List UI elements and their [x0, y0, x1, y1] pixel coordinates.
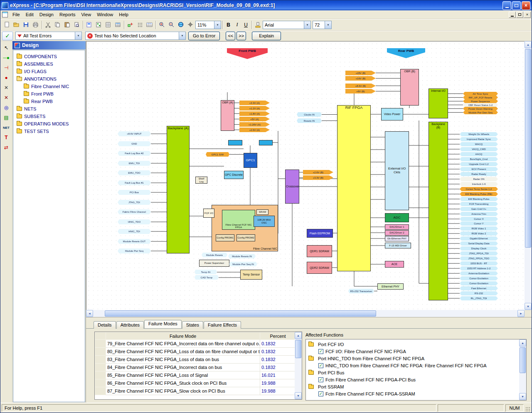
- flag-5v-a[interactable]: +5V (A): [239, 117, 270, 121]
- table-scroll-thumb[interactable]: [295, 340, 301, 358]
- bold-button[interactable]: B: [224, 20, 233, 30]
- flag-jtag-fpga-tdo[interactable]: JTAG_FPGA_TDO: [460, 256, 498, 261]
- flag-vacq-cmd[interactable]: VACQ_CMD: [460, 147, 498, 151]
- flag-obf-reset-status-1-2[interactable]: OBF Reset Status 1-2: [463, 103, 498, 107]
- flag-clocks-in[interactable]: Clocks IN: [297, 112, 322, 117]
- block-obr-b[interactable]: OBR (B): [400, 69, 419, 106]
- flag-1-8v-a[interactable]: +1.8V (A): [239, 111, 270, 116]
- add-block-button[interactable]: [126, 20, 135, 30]
- failure-mode-row[interactable]: 87_Fibre Channel FCF NIC FPGA_Slow clock…: [95, 387, 296, 395]
- block-gpc-discrete[interactable]: GPC Discrete: [224, 171, 244, 179]
- flag-rgb-video-2[interactable]: RGB Video 2: [460, 231, 498, 236]
- flag-jtag-tdi[interactable]: JTAG_TDI: [118, 200, 151, 205]
- dropdown-arrow-icon[interactable]: ▼: [75, 32, 81, 39]
- block-f-15-mdi-driver[interactable]: F-15 MDI Driver: [385, 243, 411, 248]
- block-adc[interactable]: ADC: [385, 213, 409, 222]
- close-button[interactable]: ×: [522, 1, 530, 10]
- cut-button[interactable]: [43, 20, 53, 30]
- flag-28v-b[interactable]: +28V (B): [345, 71, 376, 75]
- tree-item-operating-modes[interactable]: OPERATING MODES: [13, 120, 85, 128]
- vertical-scroll-thumb[interactable]: [525, 49, 531, 248]
- flag-6v-b[interactable]: +6V (B): [345, 89, 376, 93]
- new-document-button[interactable]: [2, 20, 12, 30]
- fit-view-button[interactable]: [186, 20, 195, 30]
- block-sram[interactable]: SRAM: [256, 209, 268, 215]
- flag-improved-radar-sync[interactable]: Improved Radar Sync: [460, 137, 498, 141]
- row-selector[interactable]: [95, 340, 106, 348]
- tab-attributes[interactable]: Attributes: [116, 321, 144, 329]
- flag-radar-on[interactable]: Radar ON: [460, 177, 498, 181]
- flag-serial-display-data[interactable]: Serial Display Data: [460, 241, 498, 246]
- failure-mode-row[interactable]: 86_Fibre Channel FCF NIC FPGA_Stuck cloc…: [95, 379, 296, 387]
- flag-cursor-temp-sense-1-2[interactable]: Cursor Temp Sense 1,2: [460, 187, 498, 191]
- flag-2-6v-a[interactable]: +2.6V (A): [239, 128, 270, 132]
- block-crossover[interactable]: Crossover: [285, 170, 299, 204]
- print-button[interactable]: [31, 20, 40, 30]
- tree-item-assemblies[interactable]: ASSEMBLIES: [13, 60, 85, 68]
- affected-scroll-thumb[interactable]: [520, 347, 526, 373]
- diagram-view-button[interactable]: [94, 20, 103, 30]
- block-rif-fpga[interactable]: RIF FPGA: [337, 105, 371, 271]
- affected-scrollbar[interactable]: ▲ ▼: [519, 339, 526, 400]
- flag-cad-temp[interactable]: CAD Temp: [195, 275, 219, 280]
- failure-mode-row[interactable]: 84_Fibre Channel FCF NIC FPGA_Incorrect …: [95, 364, 296, 371]
- flag-module-resets-in[interactable]: Module Resets IN: [228, 254, 256, 258]
- globe-button[interactable]: [176, 20, 186, 30]
- tab-states[interactable]: States: [182, 321, 203, 329]
- flag-1553-bus-rt[interactable]: 1553 BUS - RT: [460, 261, 498, 266]
- cut-net-tool[interactable]: ✕: [1, 83, 12, 93]
- flag-fcr-transmitting[interactable]: FCR Transmitting: [460, 202, 498, 206]
- canvas-horizontal-scrollbar[interactable]: ◄ ►: [86, 310, 525, 317]
- table-scrollbar[interactable]: ▲ ▼: [295, 332, 302, 399]
- checked-checkbox[interactable]: ✓: [318, 363, 323, 368]
- block-obr-a[interactable]: OBR (A): [221, 100, 234, 131]
- checked-checkbox[interactable]: ✓: [318, 377, 323, 382]
- pointer-tool[interactable]: ↖: [1, 43, 12, 53]
- block-item[interactable]: [259, 140, 273, 145]
- row-selector[interactable]: [95, 387, 106, 395]
- tree-item-i-o-flags[interactable]: I/O FLAGS: [13, 68, 85, 75]
- block-external-i-o-ckts[interactable]: External I/O Ckts: [385, 131, 409, 210]
- save-button[interactable]: [21, 20, 31, 30]
- scroll-down-icon[interactable]: ▼: [519, 393, 526, 400]
- flag-module-pwr-seq-in[interactable]: Module Pwr Seq IN: [229, 262, 257, 266]
- flag-module-resets-out[interactable]: Module Resets OUT: [118, 239, 151, 244]
- size-combo[interactable]: 72 ▼: [313, 21, 332, 29]
- tab-failure-effects[interactable]: Failure Effects: [204, 321, 241, 329]
- menu-edit[interactable]: Edit: [23, 11, 37, 18]
- block-dac-driver-2[interactable]: DAC/Driver 2: [385, 230, 409, 236]
- open-folder-button[interactable]: [12, 20, 21, 30]
- flag-module-pwr-dwn-seq[interactable]: Module Pwr Dwn Seq: [463, 111, 498, 114]
- banner-rear-pwb[interactable]: Rear PWB: [387, 48, 425, 58]
- block-qdr1-sdram[interactable]: QDR1 SDRAM: [307, 245, 332, 257]
- flag-ew-blanking-pulse[interactable]: EW Blanking Pulse: [460, 197, 498, 201]
- flag-rif-up-fcf-resets[interactable]: RIF_UP_FCF Resets: [463, 96, 498, 99]
- flag-3-3v-a[interactable]: +3.3V (A): [239, 101, 270, 105]
- dropdown-arrow-icon[interactable]: ▼: [325, 21, 331, 29]
- flag-rs-232-transceiver[interactable]: RS-232 Transceiver: [348, 289, 374, 293]
- dropdown-arrow-icon[interactable]: ▼: [179, 32, 185, 39]
- flag-temp-in[interactable]: Temp IN: [195, 270, 217, 274]
- flag-8-6v-b[interactable]: +8.6V (B): [345, 84, 376, 88]
- dropdown-arrow-icon[interactable]: ▼: [214, 21, 221, 29]
- menu-file[interactable]: File: [10, 11, 23, 18]
- flag-cursor-excitation[interactable]: Cursor Excitation: [460, 276, 498, 280]
- app-icon[interactable]: [2, 2, 8, 9]
- checked-checkbox[interactable]: ✓: [318, 349, 323, 354]
- block-fcf-i-o[interactable]: FCF I/O: [203, 209, 214, 218]
- go-to-error-button[interactable]: Go to Error: [188, 32, 220, 40]
- spreadsheet-button[interactable]: [145, 20, 154, 30]
- menu-help[interactable]: Help: [116, 11, 131, 18]
- block-video-power[interactable]: Video Power: [381, 108, 403, 120]
- print-preview-button[interactable]: [72, 20, 81, 30]
- copy-button[interactable]: [53, 20, 62, 30]
- font-combo[interactable]: Arial ▼: [263, 21, 311, 29]
- flag-ecv-present[interactable]: ECV Present: [460, 167, 498, 171]
- flag-radar-ready[interactable]: Radar Ready: [460, 172, 498, 176]
- block-ethernet-phy[interactable]: Ethernet PHY: [377, 283, 404, 290]
- flag-interlock-1-6[interactable]: Interlock 1-6: [460, 182, 498, 186]
- delete-tool[interactable]: ✕: [1, 93, 12, 103]
- flag-hnic-tdo[interactable]: HNIC_TDO: [118, 219, 151, 224]
- flag-boresight-cmd[interactable]: BoreSight_Cmd: [460, 157, 498, 161]
- row-selector[interactable]: [95, 379, 106, 387]
